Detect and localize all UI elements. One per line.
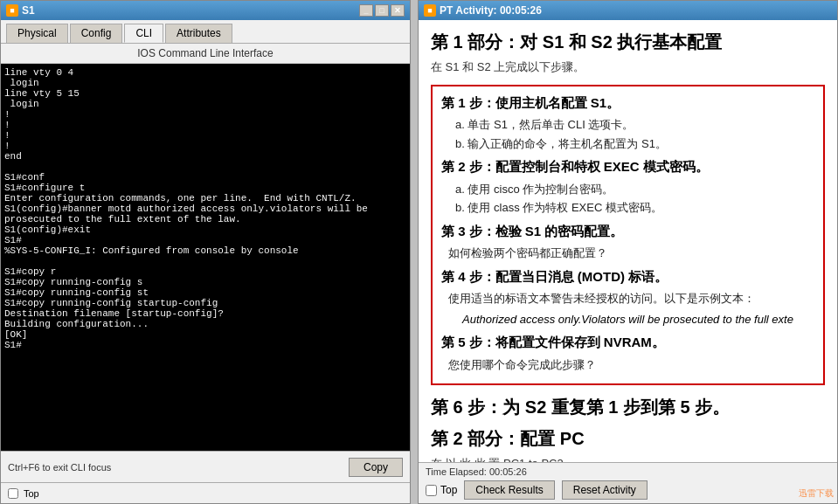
top-check-label: Top	[426, 484, 457, 496]
window-controls: _ □ ✕	[359, 4, 405, 17]
cli-titlebar: ■ S1 _ □ ✕	[1, 1, 410, 20]
cli-hint: Ctrl+F6 to exit CLI focus	[8, 462, 111, 473]
step3-title: 第 3 步：检验 S1 的密码配置。	[441, 222, 814, 242]
pt-titlebar: ■ PT Activity: 00:05:26	[419, 1, 837, 20]
step6-title: 第 6 步：为 S2 重复第 1 步到第 5 步。	[431, 394, 825, 420]
pt-main-title: 第 1 部分：对 S1 和 S2 执行基本配置	[431, 29, 825, 55]
section2-subtitle: 在 以 此 此 置 PC1 to PC3	[431, 455, 825, 462]
step1-title: 第 1 步：使用主机名配置 S1。	[441, 93, 814, 114]
step1-item-b: b. 输入正确的命令，将主机名配置为 S1。	[441, 135, 814, 153]
pt-footer: Time Elapsed: 00:05:26 Top Check Results…	[419, 462, 837, 503]
step5-question: 您使用哪个命令完成此步骤？	[441, 356, 814, 374]
pt-window-title: PT Activity: 00:05:26	[440, 4, 542, 17]
tab-cli[interactable]: CLI	[124, 24, 163, 43]
cli-content-area[interactable]: line vty 0 4 login line vty 5 15 login !…	[1, 64, 410, 451]
pt-bottom-bar: Top Check Results Reset Activity	[426, 480, 830, 500]
tab-attributes[interactable]: Attributes	[165, 24, 232, 43]
pt-main-subtitle: 在 S1 和 S2 上完成以下步骤。	[431, 59, 825, 76]
step1-item-a: a. 单击 S1，然后单击 CLI 选项卡。	[441, 116, 814, 134]
authorized-text: Authorized access only.Violators will be…	[441, 311, 814, 328]
step2-item-b: b. 使用 class 作为特权 EXEC 模式密码。	[441, 199, 814, 217]
step2-title: 第 2 步：配置控制台和特权 EXEC 模式密码。	[441, 157, 814, 177]
step5-title: 第 5 步：将配置文件保存到 NVRAM。	[441, 333, 814, 353]
pt-window-icon: ■	[424, 4, 436, 17]
top-checkbox[interactable]	[8, 488, 18, 499]
watermark: 迅雷下载	[799, 487, 834, 500]
ios-label: IOS Command Line Interface	[1, 44, 410, 64]
tab-physical[interactable]: Physical	[6, 24, 68, 43]
cli-tabs-bar: Physical Config CLI Attributes	[1, 20, 410, 44]
close-btn[interactable]: ✕	[391, 4, 405, 17]
cli-window: ■ S1 _ □ ✕ Physical Config CLI Attribute…	[0, 0, 411, 504]
cli-status-bar: Top	[1, 482, 410, 503]
cli-text: line vty 0 4 login line vty 5 15 login !…	[4, 67, 406, 350]
cli-window-icon: ■	[6, 4, 18, 17]
step4-title: 第 4 步：配置当日消息 (MOTD) 标语。	[441, 267, 814, 287]
check-results-button[interactable]: Check Results	[464, 480, 554, 500]
top-label: Top	[24, 488, 39, 499]
step3-question: 如何检验两个密码都正确配置？	[441, 245, 814, 262]
red-box-steps: 第 1 步：使用主机名配置 S1。 a. 单击 S1，然后单击 CLI 选项卡。…	[431, 85, 825, 386]
cli-footer: Ctrl+F6 to exit CLI focus Copy	[1, 451, 410, 482]
copy-button[interactable]: Copy	[349, 458, 403, 477]
pt-window: ■ PT Activity: 00:05:26 第 1 部分：对 S1 和 S2…	[418, 0, 838, 504]
time-elapsed: Time Elapsed: 00:05:26	[426, 466, 830, 477]
reset-activity-button[interactable]: Reset Activity	[562, 480, 648, 500]
pt-top-checkbox[interactable]	[426, 485, 437, 496]
cli-window-title: S1	[22, 4, 35, 17]
titlebar-left: ■ S1	[6, 4, 35, 17]
tab-config[interactable]: Config	[70, 24, 123, 43]
step4-desc: 使用适当的标语文本警告未经授权的访问。以下是示例文本：	[441, 290, 814, 307]
pt-top-label: Top	[440, 484, 457, 496]
step2-item-a: a. 使用 cisco 作为控制台密码。	[441, 181, 814, 198]
minimize-btn[interactable]: _	[359, 4, 373, 17]
section2-title: 第 2 部分：配置 PC	[431, 425, 825, 452]
pt-content: 第 1 部分：对 S1 和 S2 执行基本配置 在 S1 和 S2 上完成以下步…	[419, 20, 837, 462]
maximize-btn[interactable]: □	[375, 4, 389, 17]
